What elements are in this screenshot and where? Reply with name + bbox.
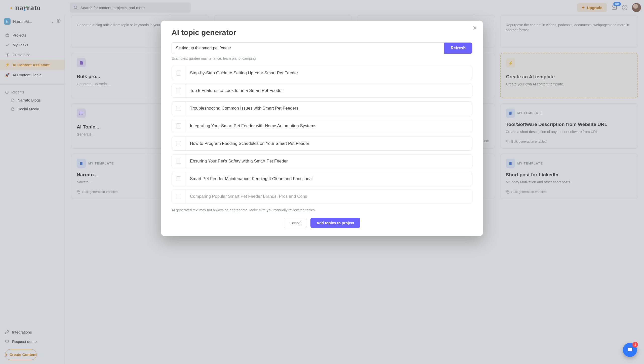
suggestion-item[interactable]: How to Program Feeding Schedules on Your… <box>172 137 472 151</box>
modal-title: AI topic generator <box>172 28 472 37</box>
suggestion-item[interactable]: Integrating Your Smart Pet Feeder with H… <box>172 119 472 133</box>
suggestion-item[interactable]: Troubleshooting Common Issues with Smart… <box>172 101 472 115</box>
suggestion-checkbox[interactable] <box>172 154 185 168</box>
cancel-button[interactable]: Cancel <box>284 218 307 228</box>
suggestion-text: Troubleshooting Common Issues with Smart… <box>185 102 472 115</box>
ai-topic-generator-modal: AI topic generator Refresh Examples: gar… <box>161 21 483 236</box>
suggestion-text: Integrating Your Smart Pet Feeder with H… <box>185 119 472 133</box>
examples-hint: Examples: garden maintenance, learn pian… <box>172 56 472 60</box>
chat-icon <box>627 347 633 353</box>
topic-input[interactable] <box>172 43 444 54</box>
suggestion-checkbox[interactable] <box>172 119 185 133</box>
suggestion-text: Comparing Popular Smart Pet Feeder Brand… <box>185 190 472 203</box>
suggestion-list: Step-by-Step Guide to Setting Up Your Sm… <box>172 66 472 204</box>
suggestion-text: Step-by-Step Guide to Setting Up Your Sm… <box>185 66 472 80</box>
add-topics-label: Add topics to project <box>316 221 354 225</box>
ai-disclaimer: AI generated text may not always be appr… <box>172 208 472 212</box>
cancel-label: Cancel <box>290 221 301 225</box>
close-button[interactable] <box>472 25 477 31</box>
suggestion-item[interactable]: Step-by-Step Guide to Setting Up Your Sm… <box>172 66 472 80</box>
suggestion-checkbox[interactable] <box>172 66 185 80</box>
add-topics-button[interactable]: Add topics to project <box>310 218 360 228</box>
suggestion-text: Smart Pet Feeder Maintenance: Keeping It… <box>185 172 472 186</box>
suggestion-item[interactable]: Comparing Popular Smart Pet Feeder Brand… <box>172 189 472 204</box>
suggestion-text: Top 5 Features to Look for in a Smart Pe… <box>185 84 472 97</box>
chat-widget-button[interactable]: 1 <box>623 343 637 357</box>
close-icon <box>472 25 477 31</box>
suggestion-item[interactable]: Top 5 Features to Look for in a Smart Pe… <box>172 84 472 98</box>
suggestion-checkbox[interactable] <box>172 172 185 186</box>
topic-input-row: Refresh <box>172 42 472 54</box>
refresh-button[interactable]: Refresh <box>444 43 472 54</box>
chat-unread-badge: 1 <box>632 342 638 347</box>
suggestion-checkbox[interactable] <box>172 84 185 97</box>
suggestion-item[interactable]: Ensuring Your Pet's Safety with a Smart … <box>172 154 472 168</box>
suggestion-text: How to Program Feeding Schedules on Your… <box>185 137 472 150</box>
suggestion-checkbox[interactable] <box>172 137 185 150</box>
suggestion-checkbox[interactable] <box>172 102 185 115</box>
suggestion-text: Ensuring Your Pet's Safety with a Smart … <box>185 154 472 168</box>
modal-actions: Cancel Add topics to project <box>172 218 472 228</box>
suggestion-checkbox[interactable] <box>172 190 185 203</box>
suggestion-item[interactable]: Smart Pet Feeder Maintenance: Keeping It… <box>172 172 472 186</box>
refresh-label: Refresh <box>451 46 466 50</box>
